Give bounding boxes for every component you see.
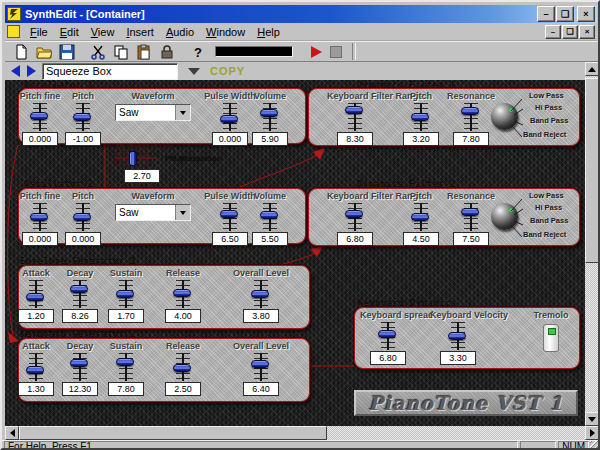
menu-edit[interactable]: Edit (54, 25, 85, 39)
slider-sustain[interactable]: Sustain1.70 (98, 268, 154, 323)
play-icon[interactable] (311, 46, 322, 58)
waveform-select[interactable]: Saw (115, 204, 191, 221)
slider-knob[interactable] (251, 290, 269, 298)
slider-knob[interactable] (220, 115, 238, 123)
slider-knob[interactable] (116, 290, 134, 298)
close-button[interactable]: × (577, 6, 595, 22)
waveform-select[interactable]: Saw (115, 104, 191, 121)
menu-view[interactable]: View (85, 25, 121, 39)
menu-help[interactable]: Help (251, 25, 286, 39)
slider-knob[interactable] (345, 106, 363, 114)
slider-knob[interactable] (73, 113, 91, 121)
slider-knob[interactable] (173, 289, 191, 297)
back-button[interactable] (8, 64, 23, 79)
slider-knob[interactable] (260, 211, 278, 219)
fm-slider-knob[interactable] (129, 151, 137, 166)
horizontal-scroll-thumb[interactable] (19, 426, 327, 440)
slider-track[interactable] (263, 203, 277, 231)
minimize-button[interactable]: – (537, 6, 555, 22)
slider-knob[interactable] (448, 332, 466, 340)
slider-knob[interactable] (378, 330, 396, 338)
chevron-down-icon[interactable] (175, 205, 190, 220)
vertical-scroll-thumb[interactable] (585, 78, 599, 263)
slider-track[interactable] (73, 353, 87, 381)
slider-pitch[interactable]: Pitch3.20 (393, 91, 449, 146)
slider-knob[interactable] (30, 112, 48, 120)
slider-track[interactable] (176, 280, 190, 308)
slider-track[interactable] (381, 322, 395, 350)
slider-track[interactable] (254, 353, 268, 381)
horizontal-scrollbar[interactable] (5, 426, 599, 440)
scroll-down-button[interactable] (585, 412, 599, 426)
filter-mode-hi-pass[interactable]: Hi Pass (535, 103, 562, 112)
filter-mode-low-pass[interactable]: Low Pass (529, 191, 564, 200)
cut-button[interactable] (86, 42, 109, 61)
slider-keyboard-velocity[interactable]: Keyboard Velocity3.30 (430, 310, 486, 365)
slider-overall-level[interactable]: Overall Level6.40 (233, 341, 289, 396)
menu-window[interactable]: Window (200, 25, 251, 39)
slider-track[interactable] (464, 203, 478, 231)
slider-volume[interactable]: Volume5.50 (242, 191, 298, 246)
slider-track[interactable] (33, 203, 47, 231)
restore-button[interactable]: ❑ (556, 6, 574, 22)
slider-track[interactable] (348, 103, 362, 131)
mdi-close-button[interactable]: × (579, 25, 595, 39)
slider-volume[interactable]: Volume5.90 (242, 91, 298, 146)
slider-knob[interactable] (345, 210, 363, 218)
open-button[interactable] (32, 42, 55, 61)
resize-grip[interactable] (590, 441, 600, 450)
slider-knob[interactable] (461, 208, 479, 216)
slider-knob[interactable] (26, 293, 44, 301)
slider-track[interactable] (263, 103, 277, 131)
forward-button[interactable] (24, 64, 39, 79)
slider-track[interactable] (451, 322, 465, 350)
menu-file[interactable]: File (24, 25, 54, 39)
slider-release[interactable]: Release2.50 (155, 341, 211, 396)
slider-pitch[interactable]: Pitch4.50 (393, 191, 449, 246)
help-button[interactable]: ? (186, 42, 209, 61)
slider-keyboard-filter-range[interactable]: Keyboard Filter Range6.80 (327, 191, 383, 246)
slider-track[interactable] (119, 280, 133, 308)
copy-button[interactable] (109, 42, 132, 61)
slider-knob[interactable] (73, 213, 91, 221)
slider-track[interactable] (254, 280, 268, 308)
filter-mode-band-reject[interactable]: Band Reject (523, 230, 566, 239)
slider-knob[interactable] (70, 285, 88, 293)
slider-knob[interactable] (26, 366, 44, 374)
slider-keyboard-filter-range[interactable]: Keyboard Filter Range8.30 (327, 91, 383, 146)
patch-name-input[interactable] (42, 63, 178, 80)
slider-sustain[interactable]: Sustain7.80 (98, 341, 154, 396)
slider-keyboard-spread[interactable]: Keyboard spread6.80 (360, 310, 416, 365)
filter-mode-band-pass[interactable]: Band Pass (530, 216, 568, 225)
slider-knob[interactable] (411, 213, 429, 221)
filter-mode-low-pass[interactable]: Low Pass (529, 91, 564, 100)
filter-mode-band-reject[interactable]: Band Reject (523, 130, 566, 139)
scroll-up-button[interactable] (585, 62, 599, 76)
slider-track[interactable] (73, 280, 87, 308)
menu-audio[interactable]: Audio (160, 25, 200, 39)
slider-track[interactable] (29, 280, 43, 308)
tremolo-switch[interactable] (543, 324, 559, 352)
stop-icon[interactable] (330, 46, 342, 58)
slider-knob[interactable] (411, 113, 429, 121)
patch-canvas[interactable]: Oscillator 1 Pitch fine0.000Pitch-1.00Pu… (5, 80, 585, 426)
menu-insert[interactable]: Insert (120, 25, 160, 39)
slider-knob[interactable] (30, 213, 48, 221)
slider-track[interactable] (223, 203, 237, 231)
new-button[interactable] (9, 42, 32, 61)
filter-mode-hi-pass[interactable]: Hi Pass (535, 203, 562, 212)
scroll-right-button[interactable] (585, 426, 599, 440)
slider-track[interactable] (176, 353, 190, 381)
mdi-minimize-button[interactable]: – (545, 25, 561, 39)
slider-track[interactable] (223, 103, 237, 131)
slider-track[interactable] (29, 353, 43, 381)
slider-knob[interactable] (461, 107, 479, 115)
slider-knob[interactable] (173, 364, 191, 372)
slider-track[interactable] (414, 103, 428, 131)
chevron-down-icon[interactable] (175, 105, 190, 120)
slider-track[interactable] (348, 203, 362, 231)
slider-track[interactable] (33, 103, 47, 131)
vertical-scrollbar[interactable] (585, 62, 599, 426)
chevron-down-icon[interactable] (188, 68, 200, 75)
slider-knob[interactable] (116, 358, 134, 366)
